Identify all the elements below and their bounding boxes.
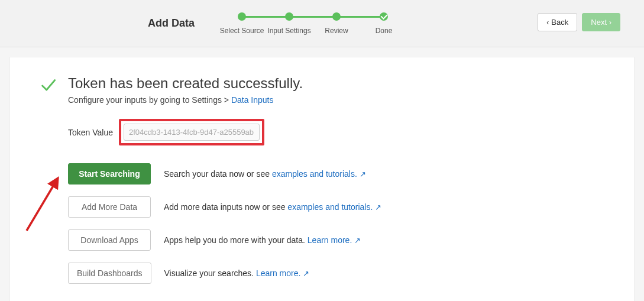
examples-tutorials-link[interactable]: examples and tutorials. bbox=[287, 202, 373, 212]
success-check-icon bbox=[40, 77, 56, 94]
learn-more-link[interactable]: Learn more. bbox=[256, 268, 300, 278]
build-dashboards-button[interactable]: Build Dashboards bbox=[68, 263, 151, 284]
action-desc: Add more data inputs now or see examples… bbox=[164, 202, 381, 212]
download-apps-button[interactable]: Download Apps bbox=[68, 229, 151, 251]
step-dot-icon bbox=[332, 12, 341, 21]
action-row-add-more-data: Add More Data Add more data inputs now o… bbox=[68, 196, 604, 218]
back-label: Back bbox=[551, 18, 568, 27]
external-link-icon: ↗ bbox=[360, 170, 366, 179]
step-dot-check-icon bbox=[380, 12, 388, 21]
success-title: Token has been created successfully. bbox=[68, 75, 604, 92]
examples-tutorials-link[interactable]: examples and tutorials. bbox=[272, 169, 357, 179]
page-title: Add Data bbox=[148, 17, 195, 30]
action-desc: Search your data now or see examples and… bbox=[164, 169, 366, 179]
learn-more-link[interactable]: Learn more. bbox=[308, 235, 352, 245]
chevron-right-icon: › bbox=[609, 18, 611, 27]
start-searching-button[interactable]: Start Searching bbox=[68, 163, 151, 185]
step-label: Input Settings bbox=[267, 27, 310, 35]
token-value-input[interactable] bbox=[124, 124, 260, 141]
desc-prefix: Add more data inputs now or see bbox=[164, 202, 287, 212]
token-value-label: Token Value bbox=[68, 128, 113, 137]
data-inputs-link[interactable]: Data Inputs bbox=[231, 95, 274, 105]
step-connector bbox=[242, 16, 289, 18]
action-row-build-dashboards: Build Dashboards Visualize your searches… bbox=[68, 263, 604, 284]
stepper: Select Source Input Settings Review Done bbox=[218, 12, 407, 35]
chevron-left-icon: ‹ bbox=[546, 18, 549, 27]
add-more-data-button[interactable]: Add More Data bbox=[68, 196, 151, 218]
wizard-header: Add Data Select Source Input Settings Re… bbox=[0, 0, 644, 47]
back-button[interactable]: ‹ Back bbox=[538, 13, 577, 31]
step-dot-icon bbox=[285, 12, 293, 21]
token-row: Token Value bbox=[68, 119, 604, 145]
desc-prefix: Visualize your searches. bbox=[164, 268, 256, 278]
step-label: Select Source bbox=[220, 27, 264, 35]
step-dot-icon bbox=[238, 12, 246, 21]
desc-prefix: Search your data now or see bbox=[164, 169, 272, 179]
next-button[interactable]: Next › bbox=[582, 13, 620, 31]
external-link-icon: ↗ bbox=[375, 203, 381, 212]
step-connector bbox=[289, 16, 336, 18]
step-label: Done bbox=[376, 27, 393, 35]
external-link-icon: ↗ bbox=[303, 269, 309, 278]
token-highlight-box bbox=[119, 119, 264, 145]
main-panel: Token has been created successfully. Con… bbox=[9, 57, 635, 301]
action-desc: Apps help you do more with your data. Le… bbox=[164, 235, 361, 245]
success-subtitle: Configure your inputs by going to Settin… bbox=[68, 95, 604, 105]
step-label: Review bbox=[325, 27, 348, 35]
desc-prefix: Apps help you do more with your data. bbox=[164, 235, 308, 245]
step-connector bbox=[336, 16, 384, 18]
external-link-icon: ↗ bbox=[354, 236, 361, 245]
action-row-start-searching: Start Searching Search your data now or … bbox=[68, 163, 604, 185]
action-row-download-apps: Download Apps Apps help you do more with… bbox=[68, 229, 604, 251]
action-desc: Visualize your searches. Learn more.↗ bbox=[164, 268, 310, 279]
nav-buttons: ‹ Back Next › bbox=[538, 13, 620, 31]
next-label: Next bbox=[591, 18, 607, 27]
step-select-source: Select Source bbox=[218, 12, 266, 35]
subtitle-prefix: Configure your inputs by going to Settin… bbox=[68, 95, 231, 105]
